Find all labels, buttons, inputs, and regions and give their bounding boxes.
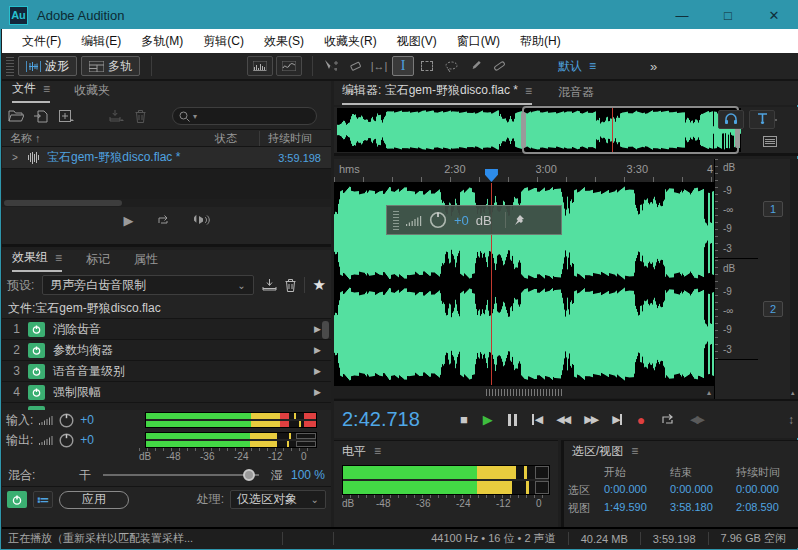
skip-to-start-button[interactable]: ◀ — [532, 413, 541, 426]
trash-icon[interactable] — [135, 110, 146, 123]
close-button[interactable]: ✕ — [751, 1, 797, 29]
menu-effects[interactable]: 效果(S) — [254, 29, 314, 53]
skip-selection-button[interactable]: ◀▶ — [690, 413, 703, 426]
autoplay-speaker-icon[interactable] — [192, 214, 210, 226]
headphone-monitor-icon[interactable] — [718, 110, 744, 129]
overview-menu-icon[interactable] — [763, 136, 777, 147]
amplitude-ruler[interactable]: dB -9 -∞ -9 -3 dB -9 -∞ -9 -3 — [714, 159, 758, 399]
timeline-ruler[interactable]: hms 2:30 3:00 3:30 4 — [334, 159, 714, 183]
pause-button[interactable] — [508, 414, 517, 426]
favorite-star-icon[interactable]: ★ — [313, 276, 326, 294]
channel-2-button[interactable]: 2 — [763, 301, 783, 317]
row-expander-icon[interactable]: > — [2, 152, 28, 163]
spectral-frequency-button[interactable] — [247, 56, 273, 76]
fast-forward-button[interactable]: ▶▶ — [584, 413, 597, 426]
paintbrush-tool[interactable] — [464, 56, 486, 76]
tab-effects-rack[interactable]: 效果组 ≡ — [12, 250, 62, 272]
play-button[interactable]: ▶ — [483, 412, 493, 427]
slots-scrollbar[interactable] — [322, 321, 329, 339]
view-duration[interactable]: 2:08.590 — [736, 501, 798, 516]
panel-menu-icon[interactable]: ≡ — [525, 84, 532, 98]
hud-volume-knob[interactable] — [429, 211, 447, 229]
tab-files[interactable]: 文件 ≡ — [12, 81, 50, 103]
menu-clip[interactable]: 剪辑(C) — [193, 29, 254, 53]
vertical-zoom-icon[interactable]: ↕ — [788, 413, 794, 427]
file-row[interactable]: > 宝石gem-野狼disco.flac * 3:59.198 — [2, 147, 331, 169]
tab-markers[interactable]: 标记 — [86, 251, 110, 272]
effect-power-icon[interactable] — [28, 406, 45, 411]
panel-menu-icon[interactable]: ≡ — [631, 444, 638, 458]
stop-button[interactable]: ■ — [460, 412, 468, 427]
hud-pin-icon[interactable] — [513, 214, 525, 226]
skip-to-end-button[interactable]: ▶ — [612, 413, 621, 426]
effect-slot-partial[interactable] — [2, 403, 331, 410]
menu-favorites[interactable]: 收藏夹(R) — [314, 29, 387, 53]
hud-gain-value[interactable]: +0 — [454, 213, 469, 228]
effect-slot[interactable]: 4 强制限幅 ▶ — [2, 382, 331, 403]
menu-view[interactable]: 视图(V) — [387, 29, 447, 53]
save-icon[interactable] — [109, 110, 125, 122]
input-gain-value[interactable]: +0 — [80, 413, 100, 427]
multitrack-view-button[interactable]: 多轨 — [81, 56, 140, 76]
overview-view-range[interactable] — [522, 106, 739, 154]
mix-value[interactable]: 100 % — [291, 468, 325, 482]
razor-tool[interactable] — [344, 56, 366, 76]
loop-playback-button[interactable] — [660, 413, 675, 426]
maximize-button[interactable]: □ — [705, 1, 751, 29]
waveform-display[interactable]: +0 dB — [334, 183, 714, 385]
menu-edit[interactable]: 编辑(E) — [71, 29, 131, 53]
record-button[interactable]: ● — [637, 412, 645, 428]
panel-menu-icon[interactable]: ≡ — [43, 82, 50, 96]
open-file-icon[interactable] — [8, 110, 24, 122]
mix-slider-handle[interactable] — [243, 469, 255, 481]
rack-list-button[interactable]: ≔ — [33, 491, 53, 508]
panel-menu-icon[interactable]: ≡ — [374, 444, 381, 458]
new-item-icon[interactable] — [59, 110, 75, 122]
spot-healing-tool[interactable] — [488, 56, 510, 76]
toolbar-overflow-icon[interactable]: » — [650, 59, 656, 74]
workspace-selector[interactable]: 默认 ≡ — [558, 58, 596, 75]
tab-mixer[interactable]: 混音器 — [558, 84, 594, 105]
effect-menu-arrow-icon[interactable]: ▶ — [314, 366, 331, 376]
panel-menu-icon[interactable]: ≡ — [55, 251, 62, 265]
preset-dropdown[interactable]: 男声旁白齿音限制 ⌄ — [42, 275, 253, 295]
hud-grip[interactable] — [393, 210, 399, 230]
view-start[interactable]: 1:49.590 — [604, 501, 670, 516]
effect-slot[interactable]: 3 语音音量级别 ▶ — [2, 361, 331, 382]
preview-play-icon[interactable]: ▶ — [124, 213, 134, 228]
selection-start[interactable]: 0:00.000 — [604, 483, 670, 498]
output-gain-value[interactable]: +0 — [80, 433, 100, 447]
menu-file[interactable]: 文件(F) — [12, 29, 71, 53]
rewind-button[interactable]: ◀◀ — [556, 413, 569, 426]
effect-power-icon[interactable] — [28, 364, 45, 379]
move-tool[interactable] — [320, 56, 342, 76]
apply-button[interactable]: 应用 — [59, 491, 129, 509]
input-gain-knob[interactable] — [59, 413, 74, 428]
effect-menu-arrow-icon[interactable]: ▶ — [314, 387, 331, 397]
menu-help[interactable]: 帮助(H) — [510, 29, 571, 53]
pin-marker-icon[interactable] — [749, 110, 775, 129]
marquee-selection-tool[interactable] — [416, 56, 438, 76]
search-input[interactable]: ▾ — [172, 107, 317, 125]
tab-favorites[interactable]: 收藏夹 — [74, 82, 110, 103]
delete-preset-icon[interactable] — [285, 279, 296, 292]
channel-1-button[interactable]: 1 — [763, 201, 783, 217]
waveform-view-button[interactable]: 波形 — [18, 56, 77, 76]
current-time-display[interactable]: 2:42.718 — [342, 408, 460, 431]
view-end[interactable]: 3:58.180 — [670, 501, 736, 516]
editor-horizontal-scrollbar[interactable]: ▴ — [334, 385, 714, 398]
output-gain-knob[interactable] — [59, 433, 74, 448]
tab-properties[interactable]: 属性 — [134, 251, 158, 272]
time-selection-tool[interactable]: I — [392, 56, 414, 76]
tab-editor[interactable]: 编辑器: 宝石gem-野狼disco.flac * ≡ — [342, 82, 532, 105]
volume-hud[interactable]: +0 dB — [386, 205, 562, 235]
toolbar-grip[interactable] — [6, 56, 14, 76]
effect-power-icon[interactable] — [28, 385, 45, 400]
effect-slot[interactable]: 1 消除齿音 ▶ — [2, 319, 331, 340]
column-duration[interactable]: 持续时间 — [259, 131, 331, 146]
lasso-selection-tool[interactable] — [440, 56, 462, 76]
effect-slot[interactable]: 2 参数均衡器 ▶ — [2, 340, 331, 361]
loop-preview-icon[interactable] — [156, 214, 170, 226]
import-file-icon[interactable] — [34, 110, 49, 123]
scroll-arrow-icon[interactable]: ▴ — [791, 389, 795, 397]
